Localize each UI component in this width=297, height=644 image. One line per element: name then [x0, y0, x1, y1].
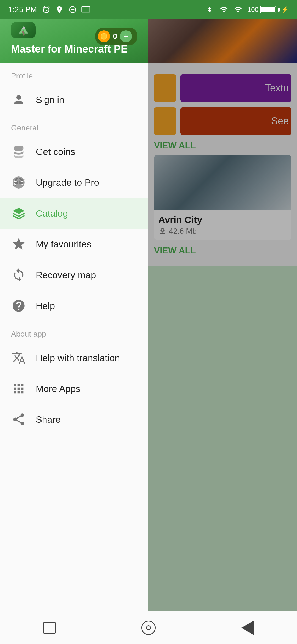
svg-point-6 — [14, 146, 24, 149]
menu-item-catalog[interactable]: Catalog — [0, 198, 148, 229]
user-icon — [11, 92, 26, 107]
add-coins-button[interactable]: + — [120, 30, 132, 42]
more-apps-label: More Apps — [36, 383, 81, 394]
help-circle-icon — [11, 298, 26, 313]
battery-percent: 100 — [248, 6, 258, 13]
home-icon-inner — [146, 625, 151, 630]
home-button[interactable] — [135, 617, 162, 639]
menu-item-share[interactable]: Share — [0, 404, 148, 435]
help-translation-label: Help with translation — [36, 353, 120, 363]
coins-badge[interactable]: 0 + — [95, 28, 138, 45]
upgrade-icon — [11, 175, 26, 190]
wifi-icon — [233, 5, 243, 15]
navigation-drawer: 0 + Master for Minecraft PE Profile Sign… — [0, 0, 148, 644]
status-left: 1:25 PM — [8, 5, 91, 15]
menu-item-help[interactable]: Help — [0, 290, 148, 321]
battery-indicator: 100 ⚡ — [248, 6, 289, 13]
app-logo — [11, 22, 36, 38]
recent-apps-icon — [43, 622, 56, 634]
charging-icon: ⚡ — [281, 6, 289, 13]
home-icon — [141, 621, 156, 635]
catalog-icon — [11, 206, 26, 221]
section-general-label: General — [0, 115, 148, 136]
location-icon — [54, 5, 64, 15]
recovery-map-label: Recovery map — [36, 270, 96, 280]
svg-rect-8 — [16, 184, 22, 187]
menu-item-more-apps[interactable]: More Apps — [0, 373, 148, 404]
favourites-label: My favourites — [36, 239, 91, 250]
coin-icon — [98, 30, 110, 42]
share-label: Share — [36, 414, 61, 425]
catalog-label: Catalog — [36, 208, 68, 219]
coins-stack-icon — [11, 144, 26, 159]
menu-item-upgrade-pro[interactable]: Upgrade to Pro — [0, 167, 148, 198]
recent-apps-button[interactable] — [36, 617, 63, 639]
upgrade-pro-label: Upgrade to Pro — [36, 177, 99, 188]
svg-point-5 — [101, 34, 107, 39]
section-profile-label: Profile — [0, 63, 148, 84]
bluetooth-icon — [205, 5, 215, 15]
back-icon — [241, 621, 254, 635]
svg-rect-0 — [82, 6, 90, 12]
menu-item-help-translation[interactable]: Help with translation — [0, 342, 148, 373]
bottom-navigation — [0, 611, 297, 644]
screen-icon — [81, 5, 91, 15]
alarm-icon — [41, 5, 51, 15]
sign-in-label: Sign in — [36, 94, 64, 105]
coin-count: 0 — [113, 32, 117, 41]
signal-icon — [219, 5, 229, 15]
menu-item-get-coins[interactable]: Get coins — [0, 136, 148, 167]
status-bar: 1:25 PM — [0, 0, 297, 19]
status-right: 100 ⚡ — [205, 5, 289, 15]
donotdisturb-icon — [68, 5, 78, 15]
menu-item-favourites[interactable]: My favourites — [0, 229, 148, 260]
grid-icon — [11, 381, 26, 396]
time-display: 1:25 PM — [8, 5, 37, 14]
recovery-map-icon — [11, 267, 26, 283]
help-label: Help — [36, 301, 55, 311]
translate-icon — [11, 350, 26, 365]
get-coins-label: Get coins — [36, 146, 75, 157]
menu-item-sign-in[interactable]: Sign in — [0, 84, 148, 115]
back-button[interactable] — [234, 617, 261, 639]
share-icon — [11, 412, 26, 427]
status-icons — [41, 5, 91, 15]
star-icon — [11, 236, 26, 252]
menu-item-recovery-map[interactable]: Recovery map — [0, 260, 148, 290]
section-about-label: About app — [0, 321, 148, 342]
